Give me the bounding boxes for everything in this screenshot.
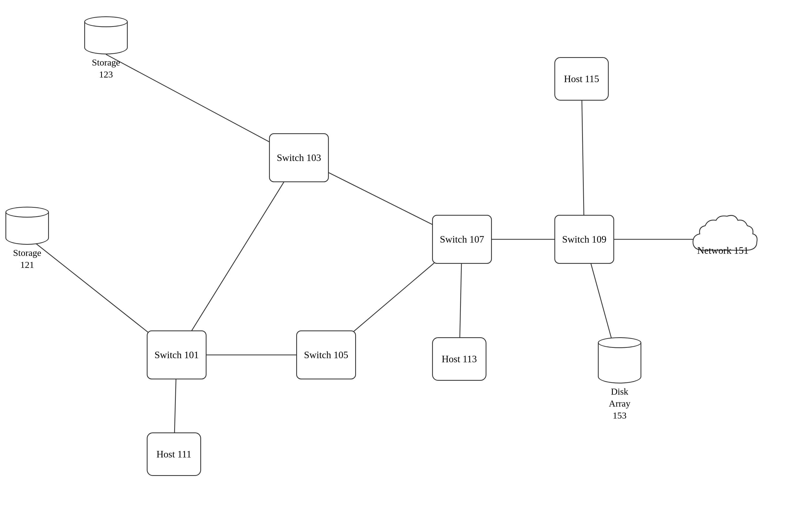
diskarray-153-shape <box>598 337 641 384</box>
switch-107-node: Switch 107 <box>432 215 492 264</box>
switch-103-node: Switch 103 <box>269 133 329 182</box>
storage-123-shape <box>84 16 128 54</box>
host-111-node: Host 111 <box>147 433 201 476</box>
switch-103-label: Switch 103 <box>277 152 321 163</box>
host-115-node: Host 115 <box>554 57 609 101</box>
switch-101-label: Switch 101 <box>155 349 199 361</box>
host-111-label: Host 111 <box>157 448 191 460</box>
switch-105-label: Switch 105 <box>304 349 348 361</box>
storage-123-node: Storage123 <box>84 16 128 80</box>
svg-line-2 <box>177 158 299 355</box>
diskarray-153-node: DiskArray153 <box>598 337 641 422</box>
switch-105-node: Switch 105 <box>296 331 356 380</box>
switch-101-box: Switch 101 <box>147 331 206 380</box>
network-151-label: Network 151 <box>697 245 749 256</box>
host-113-box: Host 113 <box>432 337 486 381</box>
switch-105-box: Switch 105 <box>296 331 356 380</box>
host-113-label: Host 113 <box>442 353 477 365</box>
storage-121-label: Storage121 <box>13 247 41 271</box>
switch-109-node: Switch 109 <box>554 215 614 264</box>
switch-103-box: Switch 103 <box>269 133 329 182</box>
switch-107-box: Switch 107 <box>432 215 492 264</box>
network-151-node: Network 151 <box>688 212 758 256</box>
host-115-box: Host 115 <box>554 57 609 101</box>
host-115-label: Host 115 <box>564 73 599 84</box>
storage-121-shape <box>5 207 49 245</box>
switch-107-label: Switch 107 <box>440 234 484 245</box>
switch-101-node: Switch 101 <box>147 331 206 380</box>
network-diagram: Storage123 Storage121 Switch 103 Switch … <box>0 0 812 520</box>
storage-121-node: Storage121 <box>5 207 49 271</box>
storage-123-label: Storage123 <box>92 57 120 80</box>
diskarray-153-label: DiskArray153 <box>609 386 630 422</box>
switch-109-label: Switch 109 <box>562 234 606 245</box>
host-111-box: Host 111 <box>147 433 201 476</box>
switch-109-box: Switch 109 <box>554 215 614 264</box>
host-113-node: Host 113 <box>432 337 486 381</box>
